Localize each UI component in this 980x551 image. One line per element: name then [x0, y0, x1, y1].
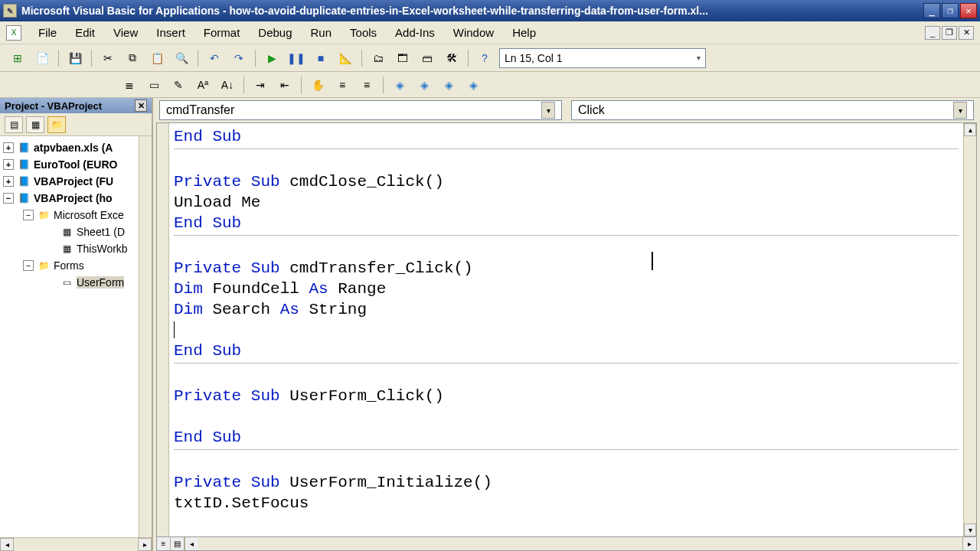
outdent-icon[interactable]: ⇤ — [275, 75, 295, 95]
undo-icon[interactable]: ↶ — [204, 48, 224, 68]
position-indicator: Ln 15, Col 1 ▾ — [499, 48, 706, 68]
tree-node-userform[interactable]: ▭UserForm — [0, 274, 152, 291]
project-pane-close-icon[interactable]: ✕ — [135, 99, 147, 112]
redo-icon[interactable]: ↷ — [229, 48, 249, 68]
tree-node-atpvbaen[interactable]: +📘atpvbaen.xls (A — [0, 139, 152, 156]
project-tree[interactable]: +📘atpvbaen.xls (A +📘EuroTool (EURO +📘VBA… — [0, 136, 152, 537]
break-icon[interactable]: ❚❚ — [286, 48, 306, 68]
project-pane-title: Project - VBAProject — [5, 100, 102, 112]
properties-window-icon[interactable]: 🗔 — [393, 48, 413, 68]
menu-help[interactable]: Help — [505, 24, 544, 41]
menu-run[interactable]: Run — [303, 24, 340, 41]
project-explorer: Project - VBAProject ✕ ▤ ▦ 📁 +📘atpvbaen.… — [0, 98, 153, 551]
code-window: cmdTransfer ▾ Click ▾ End Sub Private Su… — [153, 98, 980, 551]
project-pane-toolbar: ▤ ▦ 📁 — [0, 113, 152, 136]
code-editor[interactable]: End Sub Private Sub cmdClose_Click() Unl… — [169, 123, 963, 536]
code-hscrollbar[interactable]: ≡ ▤ ◂ ▸ — [156, 537, 977, 551]
title-bar: ✎ Microsoft Visual Basic for Application… — [0, 0, 980, 21]
parameter-info-icon[interactable]: Aª — [193, 75, 213, 95]
reset-icon[interactable]: ■ — [311, 48, 331, 68]
toggle-bookmark-icon[interactable]: ◈ — [390, 75, 410, 95]
vba-app-icon: ✎ — [3, 4, 17, 18]
tree-node-msexcel-objects[interactable]: −📁Microsoft Exce — [0, 207, 152, 223]
clear-bookmarks-icon[interactable]: ◈ — [463, 75, 483, 95]
project-pane-title-bar[interactable]: Project - VBAProject ✕ — [0, 98, 152, 113]
window-title: Microsoft Visual Basic for Applications … — [21, 5, 923, 17]
view-object-icon[interactable]: ▦ — [26, 116, 44, 133]
toolbox-icon[interactable]: 🛠 — [442, 48, 462, 68]
menu-view[interactable]: View — [106, 24, 145, 41]
scroll-right-icon[interactable]: ▸ — [962, 537, 976, 550]
find-icon[interactable]: 🔍 — [172, 48, 191, 68]
paste-icon[interactable]: 📋 — [147, 48, 167, 68]
view-excel-icon[interactable]: ⊞ — [8, 48, 28, 68]
text-cursor-icon — [652, 252, 653, 270]
chevron-down-icon[interactable]: ▾ — [697, 54, 701, 62]
restore-button[interactable]: ❐ — [942, 3, 959, 18]
menu-debug[interactable]: Debug — [250, 24, 299, 41]
object-browser-icon[interactable]: 🗃 — [417, 48, 437, 68]
menu-window[interactable]: Window — [446, 24, 501, 41]
tree-node-vbaproject-fu[interactable]: +📘VBAProject (FU — [0, 173, 152, 190]
scroll-left-icon[interactable]: ◂ — [0, 538, 14, 551]
mdi-minimize-button[interactable]: _ — [925, 26, 940, 40]
help-icon[interactable]: ? — [475, 48, 495, 68]
menu-addins[interactable]: Add-Ins — [387, 24, 443, 41]
list-constants-icon[interactable]: ▭ — [144, 75, 164, 95]
scroll-left-icon[interactable]: ◂ — [185, 537, 198, 550]
close-button[interactable]: ✕ — [960, 3, 977, 18]
indent-icon[interactable]: ⇥ — [250, 75, 270, 95]
save-icon[interactable]: 💾 — [65, 48, 85, 68]
insert-module-icon[interactable]: 📄 — [32, 48, 52, 68]
view-code-icon[interactable]: ▤ — [5, 116, 23, 133]
position-text: Ln 15, Col 1 — [505, 52, 563, 64]
next-bookmark-icon[interactable]: ◈ — [414, 75, 434, 95]
standard-toolbar: ⊞ 📄 💾 ✂ ⧉ 📋 🔍 ↶ ↷ ▶ ❚❚ ■ 📐 🗂 🗔 🗃 🛠 ? Ln … — [0, 44, 980, 72]
menu-bar: X File Edit View Insert Format Debug Run… — [0, 21, 980, 44]
chevron-down-icon[interactable]: ▾ — [953, 102, 967, 119]
toggle-breakpoint-icon[interactable]: ✋ — [308, 75, 328, 95]
project-vscrollbar[interactable] — [139, 136, 152, 537]
mdi-restore-button[interactable]: ❐ — [942, 26, 957, 40]
full-module-view-icon[interactable]: ▤ — [171, 537, 185, 550]
prev-bookmark-icon[interactable]: ◈ — [439, 75, 459, 95]
run-icon[interactable]: ▶ — [262, 48, 282, 68]
code-margin[interactable] — [157, 123, 169, 536]
minimize-button[interactable]: _ — [923, 3, 940, 18]
tree-node-thisworkbook[interactable]: ▦ThisWorkb — [0, 240, 152, 257]
uncomment-block-icon[interactable]: ≡ — [357, 75, 377, 95]
list-properties-icon[interactable]: ≣ — [119, 75, 139, 95]
edit-toolbar: ≣ ▭ ✎ Aª A↓ ⇥ ⇤ ✋ ≡ ≡ ◈ ◈ ◈ ◈ — [0, 72, 980, 98]
design-mode-icon[interactable]: 📐 — [335, 48, 355, 68]
code-vscrollbar[interactable]: ▴ ▾ — [963, 123, 976, 536]
project-explorer-icon[interactable]: 🗂 — [368, 48, 388, 68]
project-hscrollbar[interactable]: ◂ ▸ — [0, 537, 152, 551]
menu-tools[interactable]: Tools — [342, 24, 384, 41]
toggle-folders-icon[interactable]: 📁 — [47, 116, 66, 133]
tree-node-vbaproject-ho[interactable]: −📘VBAProject (ho — [0, 190, 152, 207]
quick-info-icon[interactable]: ✎ — [168, 75, 188, 95]
object-dropdown-value: cmdTransfer — [166, 103, 234, 117]
object-dropdown[interactable]: cmdTransfer ▾ — [159, 100, 562, 120]
copy-icon[interactable]: ⧉ — [122, 48, 142, 68]
scroll-down-icon[interactable]: ▾ — [964, 523, 976, 536]
procedure-view-icon[interactable]: ≡ — [157, 537, 171, 550]
comment-block-icon[interactable]: ≡ — [332, 75, 352, 95]
scroll-up-icon[interactable]: ▴ — [964, 123, 976, 136]
menu-file[interactable]: File — [31, 24, 64, 41]
tree-node-forms[interactable]: −📁Forms — [0, 257, 152, 274]
complete-word-icon[interactable]: A↓ — [217, 75, 237, 95]
tree-node-eurotool[interactable]: +📘EuroTool (EURO — [0, 156, 152, 173]
menu-insert[interactable]: Insert — [149, 24, 193, 41]
menu-format[interactable]: Format — [196, 24, 248, 41]
cut-icon[interactable]: ✂ — [98, 48, 118, 68]
procedure-dropdown-value: Click — [578, 103, 605, 117]
chevron-down-icon[interactable]: ▾ — [541, 102, 555, 119]
scroll-right-icon[interactable]: ▸ — [138, 538, 152, 551]
menu-edit[interactable]: Edit — [67, 24, 103, 41]
procedure-dropdown[interactable]: Click ▾ — [571, 100, 974, 120]
tree-node-sheet1[interactable]: ▦Sheet1 (D — [0, 223, 152, 240]
excel-icon[interactable]: X — [6, 25, 21, 41]
mdi-close-button[interactable]: ✕ — [959, 26, 974, 40]
